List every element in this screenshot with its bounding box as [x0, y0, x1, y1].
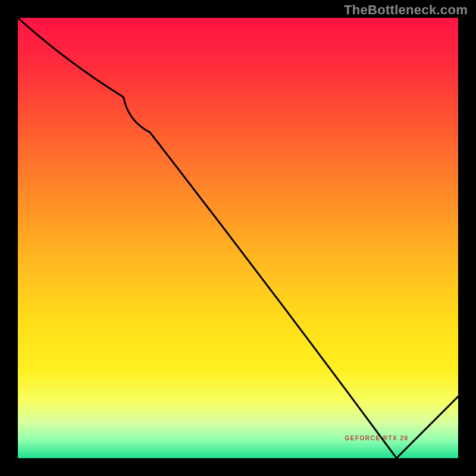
chart-root: TheBottleneck.com GEFORCE RTX 20: [0, 0, 476, 476]
main-curve: [18, 18, 458, 458]
watermark-text: TheBottleneck.com: [344, 2, 468, 18]
plot-area: GEFORCE RTX 20: [18, 18, 458, 458]
curve-overlay: [18, 18, 458, 458]
